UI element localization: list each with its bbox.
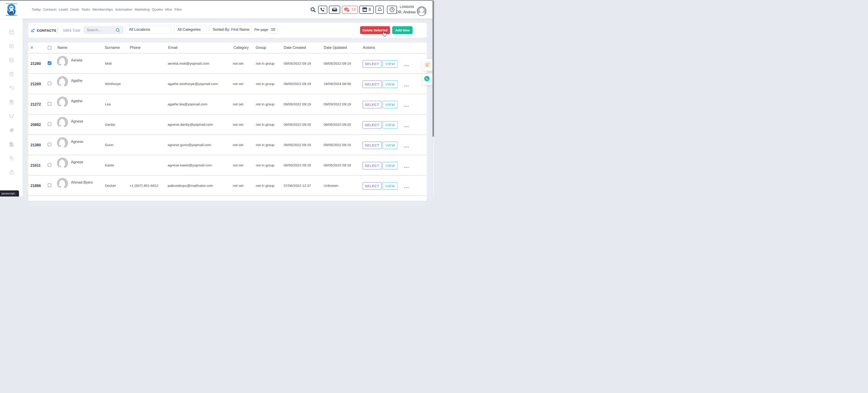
svg-text:12: 12 <box>10 32 13 34</box>
